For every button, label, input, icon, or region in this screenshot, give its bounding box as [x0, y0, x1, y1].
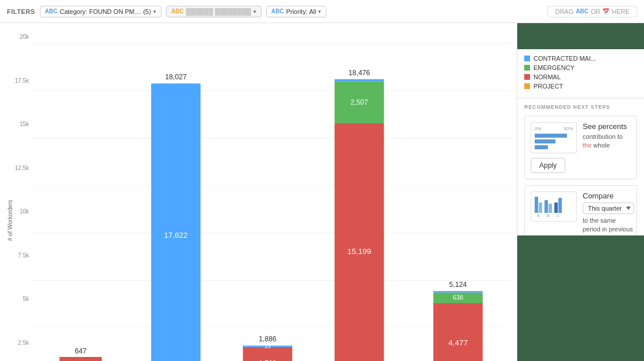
bar-group-A-label: A [537, 213, 540, 218]
y-tick-5k: 5k [23, 296, 31, 302]
y-tick-2k: 2.5k [18, 340, 31, 346]
compare-preview: A B [531, 191, 577, 222]
y-tick-7k: 7.5k [18, 252, 31, 259]
chart-inner: 647 644 18,027 17,622 [31, 29, 511, 361]
drag-here-text: HERE [612, 8, 630, 15]
bar-group-B-label: B [547, 213, 550, 218]
green-top-block [517, 23, 644, 49]
drag-abc-icon: ABC [576, 8, 588, 14]
right-panel: CONTRACTED MAI... EMERGENCY NORMAL PROJE… [517, 23, 644, 361]
percents-preview: 0% 50% [531, 122, 577, 153]
bar-A2 [539, 202, 542, 213]
y-tick-20k: 20k [20, 34, 31, 40]
percents-title: See percents [583, 122, 631, 131]
bar-C1 [554, 202, 558, 213]
legend-item-normal: NORMAL [524, 73, 637, 80]
chart-area: 20k 17.5k 15k 12.5k 10k 7.5k 5k 2.5k 0k … [0, 23, 517, 361]
legend-color-normal [524, 74, 530, 80]
green-bottom-block [517, 235, 644, 361]
chart-svg: 647 644 18,027 17,622 [31, 29, 511, 361]
percents-text: See percents contribution to the whole [583, 122, 631, 150]
legend-color-emergency [524, 65, 530, 71]
category-caret-icon: ▾ [153, 9, 156, 14]
category-filter-chip[interactable]: ABC Category: FOUND ON PM.... (5) ▾ [40, 6, 161, 17]
percent-bar-3 [535, 145, 548, 149]
svg-text:2,507: 2,507 [351, 98, 369, 106]
bar-group-B: B [544, 200, 552, 218]
y-axis-label: # of Workorders [7, 200, 13, 241]
percents-bars [535, 134, 573, 149]
bar-repair-normal [334, 123, 384, 361]
second-abc-icon: ABC [171, 8, 184, 14]
legend-color-project [524, 83, 530, 89]
bar-group-C: C [554, 198, 562, 218]
bar-B2 [549, 204, 552, 213]
recommended-section: RECOMMENDED NEXT STEPS 0% 50% [517, 98, 644, 235]
percent-bar-1 [535, 134, 567, 138]
filter-bar: FILTERS ABC Category: FOUND ON PM.... (5… [0, 0, 644, 23]
compare-subtitle: to the same period in previous year [583, 216, 634, 235]
recommended-title: RECOMMENDED NEXT STEPS [524, 104, 637, 110]
legend-label-contracted: CONTRACTED MAI... [533, 55, 596, 62]
svg-text:15,199: 15,199 [347, 247, 371, 256]
y-tick-15k: 15k [20, 121, 31, 127]
legend-item-emergency: EMERGENCY [524, 64, 637, 71]
drag-text: DRAG [555, 8, 573, 15]
percent-bar-2 [535, 139, 555, 143]
svg-text:4,477: 4,477 [448, 338, 468, 347]
priority-filter-chip[interactable]: ABC Priority: All ▾ [266, 6, 327, 17]
percents-apply-button[interactable]: Apply [531, 158, 565, 173]
svg-text:18,027: 18,027 [165, 73, 186, 81]
legend-item-contracted: CONTRACTED MAI... [524, 55, 637, 62]
second-caret-icon: ▾ [253, 9, 256, 14]
second-filter-label: ██████ ████████ [186, 8, 251, 15]
percents-subtitle: contribution to the whole [583, 132, 631, 150]
bar-found-normal [60, 357, 102, 361]
legend-area: CONTRACTED MAI... EMERGENCY NORMAL PROJE… [517, 49, 644, 98]
category-abc-icon: ABC [45, 8, 58, 14]
bar-maint-contracted [151, 83, 200, 361]
svg-text:17,622: 17,622 [164, 231, 187, 240]
category-filter-label: Category: FOUND ON PM.... (5) [60, 8, 151, 15]
scale-0: 0% [535, 126, 542, 131]
svg-text:136: 136 [355, 74, 364, 80]
priority-abc-icon: ABC [271, 8, 284, 14]
bar-B1 [544, 200, 548, 213]
percents-highlight: the [583, 142, 591, 149]
main-content: 20k 17.5k 15k 12.5k 10k 7.5k 5k 2.5k 0k … [0, 23, 644, 361]
priority-filter-label: Priority: All [286, 8, 316, 15]
scale-50: 50% [564, 126, 573, 131]
bar-C2 [558, 198, 562, 213]
compare-text: Compare This quarter Last quarter This y… [583, 191, 634, 235]
svg-text:1,886: 1,886 [259, 335, 277, 343]
svg-text:638: 638 [452, 294, 463, 301]
y-axis: 20k 17.5k 15k 12.5k 10k 7.5k 5k 2.5k 0k … [6, 29, 31, 361]
legend-label-emergency: EMERGENCY [533, 64, 575, 71]
drag-drop-area[interactable]: DRAG ABC OR 📅 HERE [547, 6, 637, 17]
compare-card: A B [524, 185, 637, 235]
legend-label-project: PROJECT [533, 83, 563, 90]
svg-text:647: 647 [75, 347, 87, 355]
second-filter-chip[interactable]: ABC ██████ ████████ ▾ [166, 6, 262, 17]
svg-text:13: 13 [264, 343, 271, 349]
y-tick-10k: 10k [20, 208, 31, 215]
compare-dropdown[interactable]: This quarter Last quarter This year [583, 202, 634, 214]
bar-security-contracted [433, 291, 483, 292]
bar-group-C-label: C [557, 213, 560, 218]
priority-caret-icon: ▾ [318, 9, 321, 14]
bar-security-normal [433, 303, 483, 361]
legend-label-normal: NORMAL [533, 73, 561, 80]
legend-color-contracted [524, 56, 530, 61]
legend-item-project: PROJECT [524, 83, 637, 90]
drag-or-text: OR [591, 8, 601, 15]
bar-A1 [535, 197, 538, 213]
see-percents-card: 0% 50% See percents contribution t [524, 116, 637, 179]
chart-wrapper: 20k 17.5k 15k 12.5k 10k 7.5k 5k 2.5k 0k … [6, 29, 511, 361]
compare-title: Compare [583, 191, 634, 200]
drag-calendar-icon: 📅 [602, 8, 609, 14]
y-tick-12k: 12.5k [15, 165, 31, 171]
filters-label: FILTERS [7, 8, 35, 15]
bar-group-A: A [535, 197, 542, 218]
svg-text:5,124: 5,124 [449, 281, 467, 289]
y-tick-17k: 17.5k [15, 78, 31, 84]
